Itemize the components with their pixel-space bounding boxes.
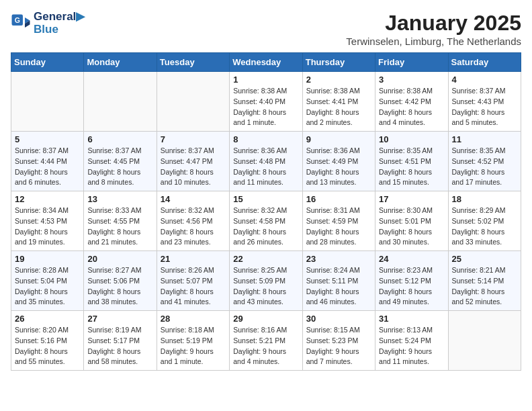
calendar-week-1: 1Sunrise: 8:38 AM Sunset: 4:40 PM Daylig… (11, 72, 521, 132)
day-number: 20 (87, 254, 152, 264)
calendar-cell: 3Sunrise: 8:38 AM Sunset: 4:42 PM Daylig… (375, 72, 448, 132)
calendar-cell: 12Sunrise: 8:34 AM Sunset: 4:53 PM Dayli… (11, 191, 84, 251)
calendar-cell: 1Sunrise: 8:38 AM Sunset: 4:40 PM Daylig… (230, 72, 302, 132)
calendar-cell: 9Sunrise: 8:36 AM Sunset: 4:49 PM Daylig… (302, 132, 375, 191)
day-info: Sunrise: 8:23 AM Sunset: 5:12 PM Dayligh… (379, 265, 444, 308)
day-info: Sunrise: 8:29 AM Sunset: 5:02 PM Dayligh… (452, 205, 517, 248)
calendar-cell (157, 72, 229, 132)
day-number: 19 (15, 254, 80, 264)
day-info: Sunrise: 8:26 AM Sunset: 5:07 PM Dayligh… (161, 265, 226, 308)
calendar-cell: 17Sunrise: 8:30 AM Sunset: 5:01 PM Dayli… (375, 191, 448, 251)
day-number: 31 (379, 314, 444, 324)
calendar-cell: 4Sunrise: 8:37 AM Sunset: 4:43 PM Daylig… (448, 72, 521, 132)
day-header-friday: Friday (375, 53, 448, 72)
day-info: Sunrise: 8:21 AM Sunset: 5:14 PM Dayligh… (452, 265, 517, 308)
day-number: 21 (161, 254, 226, 264)
day-info: Sunrise: 8:25 AM Sunset: 5:09 PM Dayligh… (233, 265, 298, 308)
calendar-cell: 16Sunrise: 8:31 AM Sunset: 4:59 PM Dayli… (302, 191, 375, 251)
calendar-cell: 21Sunrise: 8:26 AM Sunset: 5:07 PM Dayli… (157, 251, 229, 311)
calendar-cell: 26Sunrise: 8:20 AM Sunset: 5:16 PM Dayli… (11, 311, 84, 371)
day-info: Sunrise: 8:37 AM Sunset: 4:45 PM Dayligh… (87, 146, 152, 188)
calendar-cell: 23Sunrise: 8:24 AM Sunset: 5:11 PM Dayli… (302, 251, 375, 311)
day-info: Sunrise: 8:38 AM Sunset: 4:41 PM Dayligh… (306, 86, 371, 128)
calendar-cell: 14Sunrise: 8:32 AM Sunset: 4:56 PM Dayli… (157, 191, 229, 251)
calendar-cell: 2Sunrise: 8:38 AM Sunset: 4:41 PM Daylig… (302, 72, 375, 132)
day-number: 23 (306, 254, 371, 264)
day-number: 12 (15, 194, 80, 204)
calendar-week-2: 5Sunrise: 8:37 AM Sunset: 4:44 PM Daylig… (11, 132, 521, 191)
calendar-cell: 31Sunrise: 8:13 AM Sunset: 5:24 PM Dayli… (375, 311, 448, 371)
calendar-cell: 24Sunrise: 8:23 AM Sunset: 5:12 PM Dayli… (375, 251, 448, 311)
day-number: 16 (306, 194, 371, 204)
day-info: Sunrise: 8:19 AM Sunset: 5:17 PM Dayligh… (87, 325, 152, 367)
day-info: Sunrise: 8:32 AM Sunset: 4:56 PM Dayligh… (161, 205, 226, 248)
day-info: Sunrise: 8:36 AM Sunset: 4:48 PM Dayligh… (233, 146, 298, 188)
title-block: January 2025 Terwinselen, Limburg, The N… (346, 11, 521, 47)
day-header-tuesday: Tuesday (157, 53, 229, 72)
day-info: Sunrise: 8:31 AM Sunset: 4:59 PM Dayligh… (306, 205, 371, 248)
logo: G General▶ Blue (11, 11, 85, 36)
day-info: Sunrise: 8:16 AM Sunset: 5:21 PM Dayligh… (233, 325, 298, 367)
calendar-cell: 15Sunrise: 8:32 AM Sunset: 4:58 PM Dayli… (230, 191, 302, 251)
day-number: 3 (379, 75, 444, 85)
calendar-header-row: SundayMondayTuesdayWednesdayThursdayFrid… (11, 53, 521, 72)
day-number: 2 (306, 75, 371, 85)
day-info: Sunrise: 8:35 AM Sunset: 4:51 PM Dayligh… (379, 146, 444, 188)
calendar-week-5: 26Sunrise: 8:20 AM Sunset: 5:16 PM Dayli… (11, 311, 521, 371)
day-number: 8 (233, 134, 298, 144)
day-info: Sunrise: 8:37 AM Sunset: 4:47 PM Dayligh… (161, 146, 226, 188)
day-number: 29 (233, 314, 298, 324)
day-info: Sunrise: 8:27 AM Sunset: 5:06 PM Dayligh… (87, 265, 152, 308)
day-header-wednesday: Wednesday (230, 53, 302, 72)
calendar-week-4: 19Sunrise: 8:28 AM Sunset: 5:04 PM Dayli… (11, 251, 521, 311)
day-number: 18 (452, 194, 517, 204)
day-number: 24 (379, 254, 444, 264)
day-info: Sunrise: 8:34 AM Sunset: 4:53 PM Dayligh… (15, 205, 80, 248)
calendar-week-3: 12Sunrise: 8:34 AM Sunset: 4:53 PM Dayli… (11, 191, 521, 251)
day-info: Sunrise: 8:37 AM Sunset: 4:43 PM Dayligh… (452, 86, 517, 128)
day-number: 13 (87, 194, 152, 204)
day-number: 4 (452, 75, 517, 85)
day-info: Sunrise: 8:36 AM Sunset: 4:49 PM Dayligh… (306, 146, 371, 188)
calendar-cell: 28Sunrise: 8:18 AM Sunset: 5:19 PM Dayli… (157, 311, 229, 371)
day-number: 11 (452, 134, 517, 144)
calendar-cell: 11Sunrise: 8:35 AM Sunset: 4:52 PM Dayli… (448, 132, 521, 191)
day-info: Sunrise: 8:32 AM Sunset: 4:58 PM Dayligh… (233, 205, 298, 248)
day-info: Sunrise: 8:24 AM Sunset: 5:11 PM Dayligh… (306, 265, 371, 308)
page-header: G General▶ Blue January 2025 Terwinselen… (11, 11, 521, 47)
day-number: 6 (87, 134, 152, 144)
day-header-saturday: Saturday (448, 53, 521, 72)
calendar-cell: 30Sunrise: 8:15 AM Sunset: 5:23 PM Dayli… (302, 311, 375, 371)
calendar-cell (448, 311, 521, 371)
calendar-cell: 19Sunrise: 8:28 AM Sunset: 5:04 PM Dayli… (11, 251, 84, 311)
calendar-cell (84, 72, 157, 132)
day-header-sunday: Sunday (11, 53, 84, 72)
day-info: Sunrise: 8:20 AM Sunset: 5:16 PM Dayligh… (15, 325, 80, 367)
logo-text: General▶ Blue (34, 11, 85, 36)
calendar-cell: 29Sunrise: 8:16 AM Sunset: 5:21 PM Dayli… (230, 311, 302, 371)
day-info: Sunrise: 8:30 AM Sunset: 5:01 PM Dayligh… (379, 205, 444, 248)
day-number: 17 (379, 194, 444, 204)
svg-text:G: G (15, 15, 20, 24)
day-number: 15 (233, 194, 298, 204)
calendar-cell (11, 72, 84, 132)
calendar-cell: 22Sunrise: 8:25 AM Sunset: 5:09 PM Dayli… (230, 251, 302, 311)
day-number: 26 (15, 314, 80, 324)
day-number: 10 (379, 134, 444, 144)
day-header-monday: Monday (84, 53, 157, 72)
day-info: Sunrise: 8:15 AM Sunset: 5:23 PM Dayligh… (306, 325, 371, 367)
calendar-cell: 20Sunrise: 8:27 AM Sunset: 5:06 PM Dayli… (84, 251, 157, 311)
month-title: January 2025 (346, 11, 521, 36)
calendar-cell: 10Sunrise: 8:35 AM Sunset: 4:51 PM Dayli… (375, 132, 448, 191)
day-info: Sunrise: 8:38 AM Sunset: 4:42 PM Dayligh… (379, 86, 444, 128)
day-info: Sunrise: 8:33 AM Sunset: 4:55 PM Dayligh… (87, 205, 152, 248)
day-header-thursday: Thursday (302, 53, 375, 72)
calendar-cell: 5Sunrise: 8:37 AM Sunset: 4:44 PM Daylig… (11, 132, 84, 191)
location: Terwinselen, Limburg, The Netherlands (346, 36, 521, 47)
day-number: 5 (15, 134, 80, 144)
calendar-table: SundayMondayTuesdayWednesdayThursdayFrid… (11, 52, 521, 371)
calendar-cell: 6Sunrise: 8:37 AM Sunset: 4:45 PM Daylig… (84, 132, 157, 191)
day-number: 28 (161, 314, 226, 324)
day-info: Sunrise: 8:38 AM Sunset: 4:40 PM Dayligh… (233, 86, 298, 128)
day-number: 14 (161, 194, 226, 204)
